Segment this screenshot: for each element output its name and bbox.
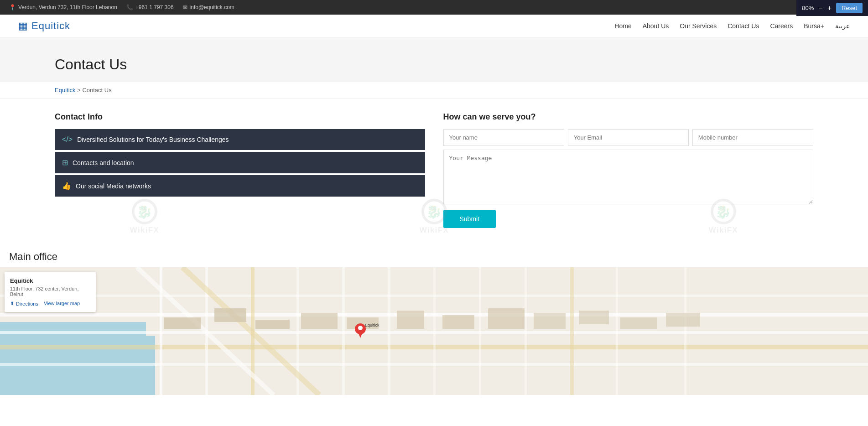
svg-rect-31: [579, 311, 609, 324]
nav-bursa[interactable]: Bursa+: [804, 21, 824, 31]
breadcrumb: Equitick > Contact Us: [0, 82, 868, 99]
svg-rect-30: [534, 313, 566, 329]
accordion-contacts[interactable]: ⊞ Contacts and location: [55, 152, 425, 173]
accordion-contacts-label: Contacts and location: [73, 159, 134, 166]
email-info: ✉ info@equitick.com: [183, 4, 234, 10]
svg-rect-18: [616, 267, 618, 395]
nav-links: Home About Us Our Services Contact Us Ca…: [614, 21, 850, 31]
main-content: Contact Info </> Diversified Solutions f…: [0, 99, 868, 242]
breadcrumb-current: Contact Us: [82, 87, 111, 94]
svg-text:Equitick: Equitick: [365, 323, 379, 327]
map-address: 11th Floor, 732 center, Verdun, Beirut: [10, 286, 90, 297]
svg-rect-12: [342, 267, 345, 395]
mobile-input[interactable]: [692, 129, 813, 146]
accordion-diversified-header[interactable]: </> Diversified Solutions for Today's Bu…: [55, 129, 425, 150]
nav-arabic[interactable]: عربية: [835, 21, 850, 31]
left-panel: Contact Info </> Diversified Solutions f…: [55, 112, 425, 228]
zoom-out-button[interactable]: −: [818, 4, 822, 12]
svg-rect-13: [388, 267, 390, 395]
svg-rect-15: [479, 267, 481, 395]
name-input[interactable]: [443, 129, 564, 146]
directions-label: Directions: [16, 301, 38, 307]
svg-rect-19: [684, 267, 686, 395]
logo-text: Equitick: [31, 20, 70, 32]
map-svg: Equitick: [0, 267, 868, 395]
svg-rect-23: [214, 308, 246, 322]
zoom-bar: 80% − + Reset: [796, 0, 868, 16]
svg-rect-22: [164, 317, 201, 329]
phone-info: 📞 +961 1 797 306: [126, 4, 174, 10]
svg-rect-14: [433, 267, 436, 395]
email-icon: ✉: [183, 4, 187, 10]
accordion-diversified-label: Diversified Solutions for Today's Busine…: [77, 136, 229, 143]
directions-icon: ⬆: [10, 301, 14, 307]
page-hero: Contact Us: [0, 38, 868, 82]
map-business-name: Equitick: [10, 277, 90, 284]
zoom-in-button[interactable]: +: [827, 4, 832, 12]
svg-rect-27: [397, 311, 424, 329]
address-text: Verdun, Verdun 732, 11th Floor Lebanon: [18, 4, 117, 10]
map-card-links: ⬆ Directions View larger map: [10, 301, 90, 307]
directions-link[interactable]: ⬆ Directions: [10, 301, 38, 307]
nav-about[interactable]: About Us: [643, 21, 669, 31]
svg-rect-28: [442, 315, 474, 329]
accordion-social-header[interactable]: 👍 Our social Media networks: [55, 175, 425, 197]
main-office-section: Main office Equitick 11th Floor, 732 cen…: [0, 242, 868, 395]
submit-button[interactable]: Submit: [443, 210, 496, 228]
form-row-top: [443, 129, 814, 146]
address-info: 📍 Verdun, Verdun 732, 11th Floor Lebanon: [9, 4, 117, 10]
breadcrumb-separator: >: [77, 87, 82, 94]
phone-text: +961 1 797 306: [135, 4, 174, 10]
navbar: ▦ Equitick Home About Us Our Services Co…: [0, 15, 868, 38]
reset-button[interactable]: Reset: [836, 3, 863, 13]
view-larger-map-link[interactable]: View larger map: [44, 301, 80, 307]
svg-rect-16: [525, 267, 527, 395]
accordion-social[interactable]: 👍 Our social Media networks: [55, 175, 425, 197]
svg-rect-29: [488, 308, 525, 329]
nav-contact[interactable]: Contact Us: [728, 21, 759, 31]
top-bar: 📍 Verdun, Verdun 732, 11th Floor Lebanon…: [0, 0, 868, 15]
nav-services[interactable]: Our Services: [680, 21, 717, 31]
svg-rect-24: [255, 320, 290, 329]
top-bar-contact-info: 📍 Verdun, Verdun 732, 11th Floor Lebanon…: [9, 4, 234, 10]
main-office-title: Main office: [0, 242, 868, 267]
accordion-contacts-header[interactable]: ⊞ Contacts and location: [55, 152, 425, 173]
svg-rect-33: [666, 313, 700, 327]
map-overlay-card: Equitick 11th Floor, 732 center, Verdun,…: [5, 272, 96, 312]
page-title: Contact Us: [0, 56, 868, 73]
message-textarea[interactable]: [443, 150, 814, 204]
social-icon: 👍: [62, 182, 71, 190]
breadcrumb-root[interactable]: Equitick: [55, 87, 76, 94]
map-container: Equitick 11th Floor, 732 center, Verdun,…: [0, 267, 868, 395]
nav-careers[interactable]: Careers: [770, 21, 793, 31]
svg-rect-17: [570, 267, 574, 395]
accordion-diversified[interactable]: </> Diversified Solutions for Today's Bu…: [55, 129, 425, 150]
svg-rect-32: [620, 317, 657, 329]
location-icon: 📍: [9, 4, 16, 10]
diversified-icon: </>: [62, 135, 73, 144]
contacts-icon: ⊞: [62, 158, 68, 167]
logo-icon: ▦: [18, 20, 28, 32]
nav-home[interactable]: Home: [614, 21, 631, 31]
zoom-level: 80%: [802, 5, 814, 11]
contact-info-title: Contact Info: [55, 112, 425, 122]
phone-icon: 📞: [126, 4, 133, 10]
logo[interactable]: ▦ Equitick: [18, 20, 70, 32]
svg-point-36: [358, 326, 363, 330]
accordion-social-label: Our social Media networks: [76, 182, 151, 190]
email-input[interactable]: [568, 129, 689, 146]
page-content-area: 🐉WikiFX 🐉WikiFX 🐉WikiFX Contact Us Equit…: [0, 38, 868, 395]
right-panel: How can we serve you? Submit: [443, 112, 814, 228]
svg-rect-25: [301, 313, 338, 329]
email-text: info@equitick.com: [190, 4, 234, 10]
form-title: How can we serve you?: [443, 112, 814, 122]
